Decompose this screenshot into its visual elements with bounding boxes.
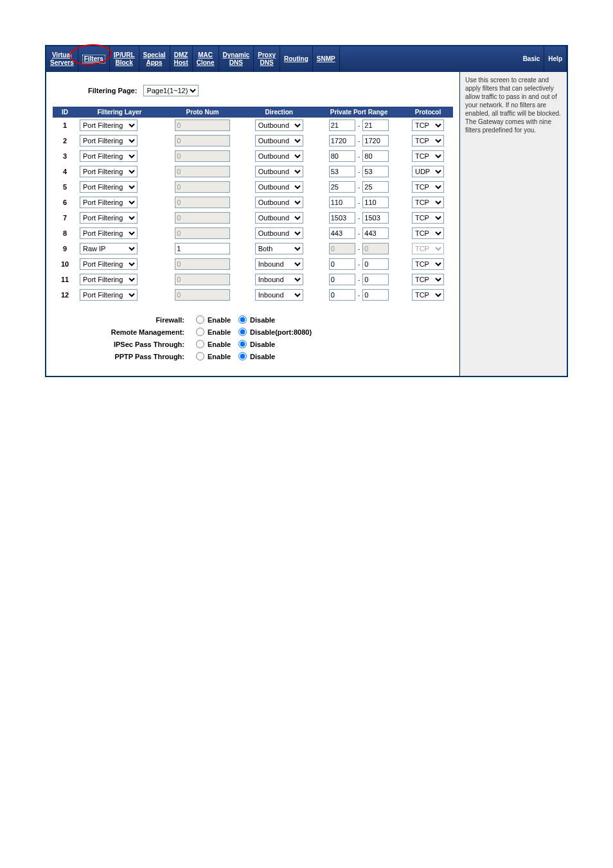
header-protocol: Protocol bbox=[403, 107, 453, 118]
direction-select[interactable]: OutboundInboundBoth bbox=[255, 120, 303, 131]
protocol-select[interactable]: TCPUDP bbox=[412, 212, 444, 224]
direction-select[interactable]: OutboundInboundBoth bbox=[255, 166, 303, 177]
port-start-input[interactable] bbox=[329, 197, 355, 208]
port-end-input[interactable] bbox=[362, 289, 389, 301]
port-end-input[interactable] bbox=[362, 135, 389, 146]
port-range-dash: - bbox=[358, 260, 360, 268]
table-row: 8Port FilteringRaw IPOutboundInboundBoth… bbox=[53, 226, 453, 241]
filtering-layer-select[interactable]: Port FilteringRaw IP bbox=[80, 227, 138, 239]
protocol-select[interactable]: TCPUDP bbox=[412, 289, 444, 301]
ipsec-enable-radio[interactable] bbox=[196, 340, 204, 348]
filtering-layer-select[interactable]: Port FilteringRaw IP bbox=[80, 289, 138, 301]
ipsec-label: IPSec Pass Through: bbox=[72, 341, 196, 348]
header-id: ID bbox=[53, 107, 77, 118]
tab-filters[interactable]: Filters bbox=[78, 46, 110, 72]
remote-enable-radio[interactable] bbox=[196, 328, 204, 336]
filtering-layer-select[interactable]: Port FilteringRaw IP bbox=[80, 212, 138, 224]
tab-dmz-host[interactable]: DMZ Host bbox=[170, 46, 193, 72]
filtering-page-select[interactable]: Page1(1~12) bbox=[143, 85, 199, 96]
port-start-input[interactable] bbox=[329, 274, 355, 285]
tab-help[interactable]: Help bbox=[544, 46, 567, 72]
protocol-select: TCPUDP bbox=[412, 243, 444, 254]
port-end-input[interactable] bbox=[362, 150, 389, 162]
pptp-disable-radio[interactable] bbox=[238, 352, 247, 360]
protocol-select[interactable]: TCPUDP bbox=[412, 120, 444, 131]
port-start-input[interactable] bbox=[329, 258, 355, 270]
filtering-layer-select[interactable]: Port FilteringRaw IP bbox=[80, 197, 138, 208]
pptp-enable-radio[interactable] bbox=[196, 352, 204, 360]
port-start-input[interactable] bbox=[329, 227, 355, 239]
direction-select[interactable]: OutboundInboundBoth bbox=[255, 289, 303, 301]
port-start-input[interactable] bbox=[329, 289, 355, 301]
port-end-input[interactable] bbox=[362, 166, 389, 177]
port-range-dash: - bbox=[358, 183, 360, 191]
firewall-enable-radio[interactable] bbox=[196, 315, 204, 324]
direction-select[interactable]: OutboundInboundBoth bbox=[255, 212, 303, 224]
proto-num-input bbox=[175, 181, 230, 193]
tab-special-apps[interactable]: Special Apps bbox=[139, 46, 170, 72]
tab-virtual-servers[interactable]: Virtual Servers bbox=[46, 46, 78, 72]
row-id: 3 bbox=[53, 148, 77, 164]
tab-dynamic-dns[interactable]: Dynamic DNS bbox=[219, 46, 254, 72]
port-range-dash: - bbox=[358, 229, 360, 237]
table-row: 4Port FilteringRaw IPOutboundInboundBoth… bbox=[53, 164, 453, 179]
direction-select[interactable]: OutboundInboundBoth bbox=[255, 243, 303, 254]
protocol-select[interactable]: TCPUDP bbox=[412, 227, 444, 239]
port-start-input[interactable] bbox=[329, 212, 355, 224]
tab-mac-clone[interactable]: MAC Clone bbox=[193, 46, 219, 72]
port-end-input[interactable] bbox=[362, 274, 389, 285]
protocol-select[interactable]: TCPUDP bbox=[412, 258, 444, 270]
port-start-input[interactable] bbox=[329, 135, 355, 146]
proto-num-input bbox=[175, 212, 230, 224]
ipsec-disable-radio[interactable] bbox=[238, 340, 247, 348]
direction-select[interactable]: OutboundInboundBoth bbox=[255, 181, 303, 193]
port-end-input[interactable] bbox=[362, 212, 389, 224]
port-end-input[interactable] bbox=[362, 227, 389, 239]
protocol-select[interactable]: TCPUDP bbox=[412, 181, 444, 193]
table-row: 6Port FilteringRaw IPOutboundInboundBoth… bbox=[53, 195, 453, 210]
filtering-layer-select[interactable]: Port FilteringRaw IP bbox=[80, 150, 138, 162]
filtering-layer-select[interactable]: Port FilteringRaw IP bbox=[80, 135, 138, 146]
port-end-input[interactable] bbox=[362, 197, 389, 208]
header-proto-num: Proto Num bbox=[162, 107, 244, 118]
row-id: 11 bbox=[53, 272, 77, 287]
protocol-select[interactable]: TCPUDP bbox=[412, 135, 444, 146]
direction-select[interactable]: OutboundInboundBoth bbox=[255, 135, 303, 146]
port-start-input[interactable] bbox=[329, 150, 355, 162]
table-row: 11Port FilteringRaw IPOutboundInboundBot… bbox=[53, 272, 453, 287]
protocol-select[interactable]: TCPUDP bbox=[412, 197, 444, 208]
tab-ipurl-block[interactable]: IP/URL Block bbox=[110, 46, 139, 72]
filtering-layer-select[interactable]: Port FilteringRaw IP bbox=[80, 120, 138, 131]
protocol-select[interactable]: TCPUDP bbox=[412, 166, 444, 177]
port-end-input[interactable] bbox=[362, 181, 389, 193]
filtering-layer-select[interactable]: Port FilteringRaw IP bbox=[80, 274, 138, 285]
remote-disable-radio[interactable] bbox=[238, 328, 247, 336]
tab-routing[interactable]: Routing bbox=[280, 46, 313, 72]
filtering-layer-select[interactable]: Port FilteringRaw IP bbox=[80, 166, 138, 177]
filtering-layer-select[interactable]: Port FilteringRaw IP bbox=[80, 243, 138, 254]
port-end-input[interactable] bbox=[362, 258, 389, 270]
direction-select[interactable]: OutboundInboundBoth bbox=[255, 227, 303, 239]
port-start-input[interactable] bbox=[329, 181, 355, 193]
tab-snmp[interactable]: SNMP bbox=[313, 46, 340, 72]
direction-select[interactable]: OutboundInboundBoth bbox=[255, 274, 303, 285]
direction-select[interactable]: OutboundInboundBoth bbox=[255, 258, 303, 270]
direction-select[interactable]: OutboundInboundBoth bbox=[255, 150, 303, 162]
port-start-input bbox=[329, 243, 355, 254]
proto-num-input[interactable] bbox=[175, 243, 230, 254]
port-range-dash: - bbox=[358, 214, 360, 222]
port-start-input[interactable] bbox=[329, 166, 355, 177]
port-start-input[interactable] bbox=[329, 120, 355, 131]
protocol-select[interactable]: TCPUDP bbox=[412, 274, 444, 285]
port-end-input[interactable] bbox=[362, 120, 389, 131]
header-layer: Filtering Layer bbox=[77, 107, 162, 118]
direction-select[interactable]: OutboundInboundBoth bbox=[255, 197, 303, 208]
filtering-layer-select[interactable]: Port FilteringRaw IP bbox=[80, 181, 138, 193]
firewall-disable-radio[interactable] bbox=[238, 315, 247, 324]
tab-proxy-dns[interactable]: Proxy DNS bbox=[254, 46, 280, 72]
filtering-layer-select[interactable]: Port FilteringRaw IP bbox=[80, 258, 138, 270]
filtering-page-label: Filtering Page: bbox=[88, 87, 137, 94]
tab-basic[interactable]: Basic bbox=[519, 46, 545, 72]
row-id: 8 bbox=[53, 226, 77, 241]
protocol-select[interactable]: TCPUDP bbox=[412, 150, 444, 162]
